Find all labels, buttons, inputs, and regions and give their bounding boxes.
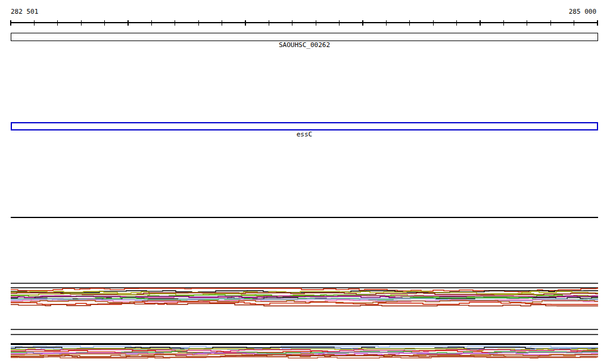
lower-graph-track[interactable] [0,0,610,364]
genome-browser-view: 282 501 285 000 SAOUHSC_00262 essC [0,0,610,364]
